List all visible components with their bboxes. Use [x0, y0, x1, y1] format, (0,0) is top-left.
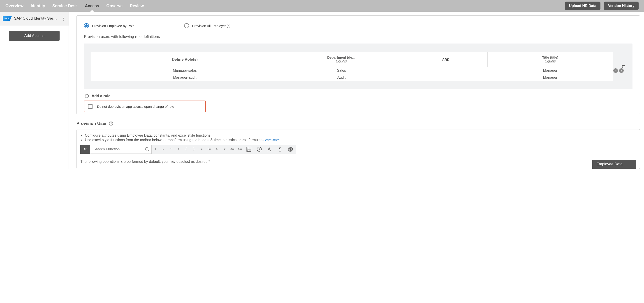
- tab-identity[interactable]: Identity: [31, 0, 45, 12]
- no-deprovision-option: Do not deprovision app access upon chang…: [84, 101, 206, 112]
- main-content: Provision Employee by Role Provision All…: [69, 12, 644, 169]
- op-gt[interactable]: >: [213, 145, 221, 154]
- no-deprovision-label: Do not deprovision app access upon chang…: [97, 105, 174, 108]
- add-rule-button[interactable]: + Add a rule: [84, 93, 632, 99]
- help-icon[interactable]: ?: [109, 121, 113, 126]
- info-icon[interactable]: [275, 146, 285, 152]
- plus-circle-icon: +: [85, 94, 89, 98]
- provision-user-heading: Provision User ?: [76, 121, 640, 126]
- op-div[interactable]: /: [175, 145, 182, 154]
- radio-checked-icon: [84, 23, 89, 28]
- sidebar-app-label: SAP Cloud Identity Ser…: [14, 16, 59, 21]
- col-department-sub: Equals: [281, 59, 402, 63]
- bullet-2: Use excel-style functions from the toolb…: [85, 138, 636, 142]
- function-toolbar: fx + - * / ( ) = != > < <= >=: [80, 145, 636, 154]
- add-row-button[interactable]: +: [619, 68, 624, 73]
- text-icon[interactable]: [264, 146, 275, 152]
- op-gte[interactable]: >=: [236, 145, 244, 154]
- op-neq[interactable]: !=: [205, 145, 213, 154]
- provision-user-panel: Configure attributes using Employee Data…: [76, 129, 640, 169]
- col-role: Define Role(s): [91, 52, 279, 67]
- search-function-wrap: [90, 145, 152, 154]
- tab-overview[interactable]: Overview: [6, 0, 24, 12]
- op-rparen[interactable]: ): [190, 145, 198, 154]
- svg-point-14: [280, 147, 280, 148]
- cell-title: Manager: [488, 74, 613, 81]
- op-mult[interactable]: *: [167, 145, 175, 154]
- radio-by-role-label: Provision Employee by Role: [92, 24, 134, 28]
- col-department: Department (de…: [281, 55, 402, 59]
- tab-review[interactable]: Review: [130, 0, 144, 12]
- sap-logo-icon: SAP: [3, 16, 12, 21]
- cell-role: Manager-audit: [91, 74, 279, 81]
- svg-line-1: [148, 150, 149, 151]
- add-access-button[interactable]: Add Access: [9, 31, 60, 41]
- nav-buttons: Upload HR Data Version History: [565, 1, 638, 10]
- radio-unchecked-icon: [184, 23, 189, 28]
- col-title: Title (title): [490, 55, 610, 59]
- top-nav: Overview Identity Service Desk Access Ob…: [0, 0, 644, 12]
- cell-role: Manager-sales: [91, 67, 279, 74]
- op-lparen[interactable]: (: [182, 145, 190, 154]
- remove-row-button[interactable]: −: [613, 68, 618, 73]
- op-plus[interactable]: +: [152, 145, 159, 154]
- nav-tabs: Overview Identity Service Desk Access Ob…: [6, 0, 144, 12]
- stats-icon[interactable]: [285, 146, 296, 152]
- op-minus[interactable]: -: [159, 145, 167, 154]
- radio-provision-all[interactable]: Provision All Employee(s): [184, 23, 230, 28]
- trash-icon: [621, 64, 625, 69]
- upload-hr-data-button[interactable]: Upload HR Data: [565, 1, 600, 10]
- search-icon[interactable]: [145, 147, 150, 152]
- tab-access[interactable]: Access: [85, 0, 99, 12]
- default-ops-text: The following operations are performed b…: [80, 160, 210, 164]
- more-icon[interactable]: ⋮: [62, 16, 66, 21]
- sidebar: SAP SAP Cloud Identity Ser… ⋮ Add Access: [0, 12, 69, 169]
- cell-title: Manager: [488, 67, 613, 74]
- math-icon[interactable]: [244, 146, 254, 152]
- search-function-input[interactable]: [94, 145, 145, 154]
- table-row: Manager-sales Sales Manager − +: [91, 67, 613, 74]
- radio-provision-by-role[interactable]: Provision Employee by Role: [84, 23, 134, 28]
- sidebar-app-item[interactable]: SAP SAP Cloud Identity Ser… ⋮: [0, 12, 68, 25]
- op-eq[interactable]: =: [198, 145, 205, 154]
- radio-all-label: Provision All Employee(s): [192, 24, 230, 28]
- rules-table: Define Role(s) Department (de… Equals AN…: [91, 52, 613, 81]
- col-and: AND: [404, 52, 488, 67]
- bullet-1: Configure attributes using Employee Data…: [85, 133, 636, 138]
- cell-dept: Sales: [279, 67, 404, 74]
- version-history-button[interactable]: Version History: [604, 1, 638, 10]
- tab-service-desk[interactable]: Service Desk: [52, 0, 78, 12]
- no-deprovision-checkbox[interactable]: [88, 104, 92, 109]
- add-rule-label: Add a rule: [92, 94, 110, 98]
- col-title-sub: Equals: [490, 59, 610, 63]
- op-lt[interactable]: <: [221, 145, 228, 154]
- tab-observe[interactable]: Observe: [106, 0, 122, 12]
- rules-description: Provision users with following rule defi…: [84, 34, 632, 39]
- op-lte[interactable]: <=: [228, 145, 236, 154]
- table-row: Manager-audit Audit Manager: [91, 74, 613, 81]
- cell-dept: Audit: [279, 74, 404, 81]
- provision-user-title: Provision User: [76, 121, 107, 126]
- rules-container: Define Role(s) Department (de… Equals AN…: [84, 43, 632, 89]
- fx-icon: fx: [80, 145, 90, 154]
- svg-line-13: [259, 149, 260, 150]
- clock-icon[interactable]: [254, 146, 264, 152]
- provision-panel: Provision Employee by Role Provision All…: [76, 15, 640, 114]
- employee-data-button[interactable]: Employee Data: [592, 160, 636, 169]
- learn-more-link[interactable]: Learn more: [263, 138, 280, 142]
- svg-point-0: [145, 147, 148, 150]
